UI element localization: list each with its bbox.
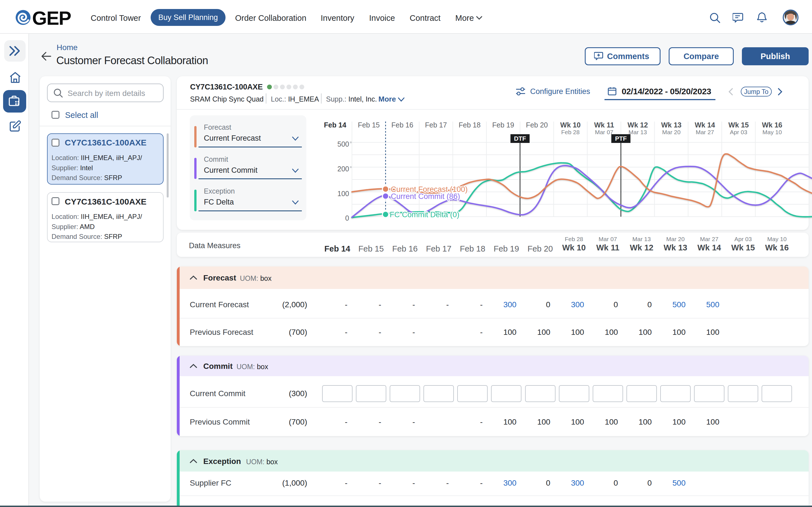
svg-text:Wk 12: Wk 12 [627,121,648,129]
svg-text:Wk 16: Wk 16 [762,121,782,129]
svg-text:Feb 17: Feb 17 [425,121,447,129]
svg-text:Feb 19: Feb 19 [492,121,514,129]
svg-text:0: 0 [345,214,349,222]
svg-text:PTF: PTF [615,135,627,142]
svg-text:Feb 16: Feb 16 [391,121,413,129]
svg-text:Mar 20: Mar 20 [662,129,680,135]
svg-text:Mar 07: Mar 07 [595,129,613,135]
svg-text:Wk 14: Wk 14 [695,121,715,129]
svg-text:Feb 14: Feb 14 [324,121,346,129]
svg-text:FC Commit Delta (0): FC Commit Delta (0) [390,211,459,219]
svg-text:Mar 27: Mar 27 [696,129,714,135]
svg-text:Feb 20: Feb 20 [526,121,548,129]
svg-text:Wk 15: Wk 15 [728,121,749,129]
svg-text:Wk 11: Wk 11 [594,121,614,129]
svg-text:May 10: May 10 [762,129,782,135]
svg-text:Feb 28: Feb 28 [561,129,579,135]
svg-text:500: 500 [337,140,349,148]
svg-text:Current Commit (86): Current Commit (86) [391,192,460,201]
svg-text:Feb 18: Feb 18 [459,121,480,129]
svg-text:DTF: DTF [514,135,526,142]
svg-text:Apr 03: Apr 03 [730,129,747,135]
svg-text:200: 200 [337,165,349,173]
svg-text:Mar 13: Mar 13 [628,129,647,135]
svg-text:Wk 10: Wk 10 [560,121,580,129]
svg-text:Wk 13: Wk 13 [661,121,681,129]
svg-text:Feb 15: Feb 15 [358,121,380,129]
svg-text:100: 100 [337,190,349,198]
